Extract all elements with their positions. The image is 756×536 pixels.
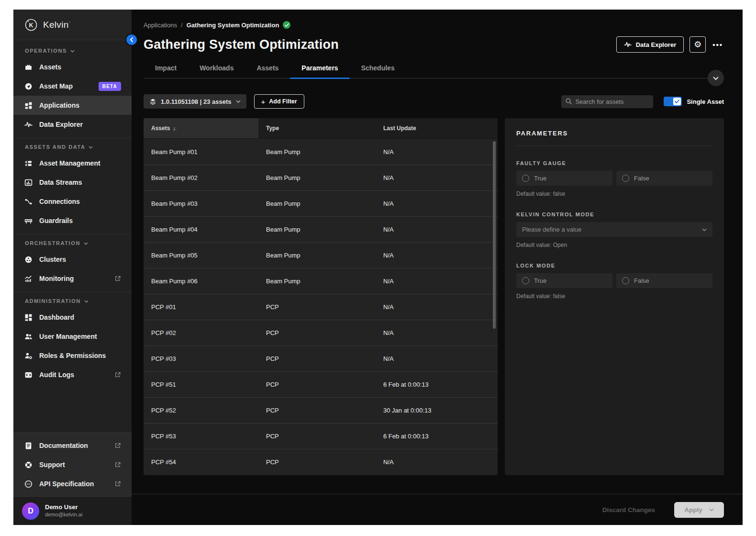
default-value-text: Default value: false: [516, 190, 712, 197]
sidebar-item-api-specification[interactable]: API Specification: [13, 474, 132, 493]
discard-changes-button[interactable]: Discard Changes: [600, 506, 658, 514]
table-row[interactable]: PCP #52PCP30 Jan at 0:00:13: [144, 397, 498, 423]
sidebar-item-dashboard[interactable]: Dashboard: [13, 308, 132, 327]
table-row[interactable]: PCP #03PCPN/A: [144, 346, 498, 371]
section-orchestration[interactable]: ORCHESTRATION: [13, 234, 132, 250]
tab-assets[interactable]: Assets: [245, 59, 290, 78]
column-header-last-update[interactable]: Last Update: [376, 118, 498, 138]
table-row[interactable]: Beam Pump #01Beam PumpN/A: [144, 139, 498, 165]
table-row[interactable]: Beam Pump #04Beam PumpN/A: [144, 216, 498, 242]
user-profile[interactable]: D Demo User demo@kelvin.ai: [13, 496, 132, 525]
brand-name: Kelvin°: [43, 20, 70, 30]
sidebar-item-label: Assets: [39, 63, 61, 71]
apply-label: Apply: [684, 506, 702, 514]
sidebar-item-roles-permissions[interactable]: Roles & Permissions: [13, 346, 132, 365]
cell-asset: Beam Pump #05: [144, 252, 258, 259]
tab-workloads[interactable]: Workloads: [188, 59, 245, 78]
tab-schedules[interactable]: Schedules: [350, 59, 406, 78]
lock-mode-false-option[interactable]: False: [616, 273, 712, 288]
data-explorer-button[interactable]: Data Explorer: [616, 36, 684, 53]
single-asset-toggle[interactable]: [664, 97, 682, 106]
radio-icon: [622, 277, 629, 284]
table-row[interactable]: Beam Pump #06Beam PumpN/A: [144, 268, 498, 294]
sidebar-item-connections[interactable]: Connections: [13, 192, 132, 211]
column-header-assets[interactable]: Assets ↓↑: [144, 118, 258, 138]
settings-button[interactable]: ⚙: [689, 36, 706, 53]
section-assets-and-data[interactable]: ASSETS AND DATA: [13, 138, 132, 154]
sidebar-item-data-explorer[interactable]: Data Explorer: [13, 115, 132, 134]
sidebar-item-label: Connections: [39, 198, 80, 205]
lock-mode-true-option[interactable]: True: [516, 273, 612, 288]
sidebar-item-data-streams[interactable]: Data Streams: [13, 173, 132, 192]
table-row[interactable]: PCP #53PCP6 Feb at 0:00:13: [144, 423, 498, 449]
kelvin-control-mode-select[interactable]: Please define a value: [516, 222, 712, 237]
waveform-icon: [624, 41, 632, 48]
table-row[interactable]: PCP #51PCP6 Feb at 0:00:13: [144, 371, 498, 397]
cell-last-update: N/A: [376, 174, 498, 181]
tab-parameters[interactable]: Parameters: [290, 59, 349, 78]
table-row[interactable]: PCP #02PCPN/A: [144, 320, 498, 346]
radio-label: True: [534, 277, 546, 284]
sidebar-item-support[interactable]: Support: [13, 455, 132, 474]
sidebar-item-user-management[interactable]: User Management: [13, 327, 132, 346]
section-operations[interactable]: OPERATIONS: [13, 42, 132, 57]
section-label: ORCHESTRATION: [25, 240, 80, 246]
sidebar-item-guardrails[interactable]: Guardrails: [13, 211, 132, 230]
table-row[interactable]: PCP #01PCPN/A: [144, 294, 498, 320]
sidebar-item-label: Data Streams: [39, 179, 82, 186]
cell-type: PCP: [258, 329, 376, 336]
field-label: FAULTY GAUGE: [516, 160, 712, 166]
apply-button[interactable]: Apply: [674, 502, 724, 518]
status-check-icon: [283, 21, 290, 29]
tab-impact[interactable]: Impact: [144, 59, 188, 78]
single-asset-label: Single Asset: [687, 98, 724, 105]
table-scrollbar[interactable]: [493, 141, 496, 329]
add-filter-button[interactable]: + Add Filter: [254, 94, 304, 109]
dashboard-icon: [24, 313, 33, 322]
search-icon: [565, 98, 572, 107]
more-options-button[interactable]: •••: [712, 39, 724, 51]
table-row[interactable]: Beam Pump #05Beam PumpN/A: [144, 242, 498, 268]
search-input[interactable]: [561, 95, 653, 108]
cell-last-update: N/A: [376, 148, 498, 156]
cell-asset: PCP #51: [144, 381, 258, 388]
cell-type: PCP: [258, 407, 376, 414]
breadcrumb-applications-link[interactable]: Applications: [144, 22, 177, 29]
section-administration[interactable]: ADMINISTRATION: [13, 292, 132, 308]
sidebar-item-asset-map[interactable]: Asset Map BETA: [13, 77, 132, 96]
sidebar-item-label: User Management: [39, 333, 97, 340]
sidebar-item-monitoring[interactable]: Monitoring: [13, 269, 132, 288]
api-spec-icon: [24, 480, 33, 488]
cell-last-update: N/A: [376, 458, 498, 466]
sidebar-item-audit-logs[interactable]: Audit Logs: [13, 365, 132, 384]
brand-logo[interactable]: K Kelvin°: [13, 10, 132, 40]
breadcrumb-separator: /: [181, 22, 183, 29]
sidebar-item-label: API Specification: [39, 480, 94, 488]
content-area: Assets ↓↑ Type Last Update Beam Pump #01…: [144, 118, 724, 475]
avatar: D: [22, 502, 39, 520]
cell-last-update: 6 Feb at 0:00:13: [376, 381, 498, 388]
table-row[interactable]: Beam Pump #03Beam PumpN/A: [144, 190, 498, 216]
gear-icon: ⚙: [694, 39, 701, 50]
sidebar-collapse-button[interactable]: [126, 34, 137, 45]
version-selector[interactable]: 1.0.11051108 | 23 assets: [144, 94, 246, 109]
kelvin-logo-icon: K: [24, 18, 38, 32]
sidebar-item-applications[interactable]: Applications: [13, 96, 132, 115]
cell-last-update: N/A: [376, 200, 498, 207]
beta-badge: BETA: [99, 82, 121, 91]
sidebar-item-clusters[interactable]: Clusters: [13, 250, 132, 269]
sidebar-item-assets[interactable]: Assets: [13, 57, 132, 77]
faulty-gauge-false-option[interactable]: False: [616, 171, 712, 186]
sidebar-item-label: Data Explorer: [39, 121, 83, 128]
sidebar-item-asset-management[interactable]: Asset Management: [13, 154, 132, 173]
sidebar-item-label: Dashboard: [39, 313, 74, 321]
table-row[interactable]: Beam Pump #02Beam PumpN/A: [144, 165, 498, 190]
sidebar-item-documentation[interactable]: Documentation: [13, 436, 132, 455]
radio-label: True: [534, 175, 546, 182]
column-header-type[interactable]: Type: [258, 118, 376, 138]
cell-last-update: N/A: [376, 329, 498, 336]
table-row[interactable]: PCP #54PCPN/A: [144, 449, 498, 475]
parameters-panel: PARAMETERS FAULTY GAUGE True False Def: [505, 118, 724, 475]
collapse-panel-button[interactable]: [708, 70, 724, 86]
faulty-gauge-true-option[interactable]: True: [516, 171, 612, 186]
